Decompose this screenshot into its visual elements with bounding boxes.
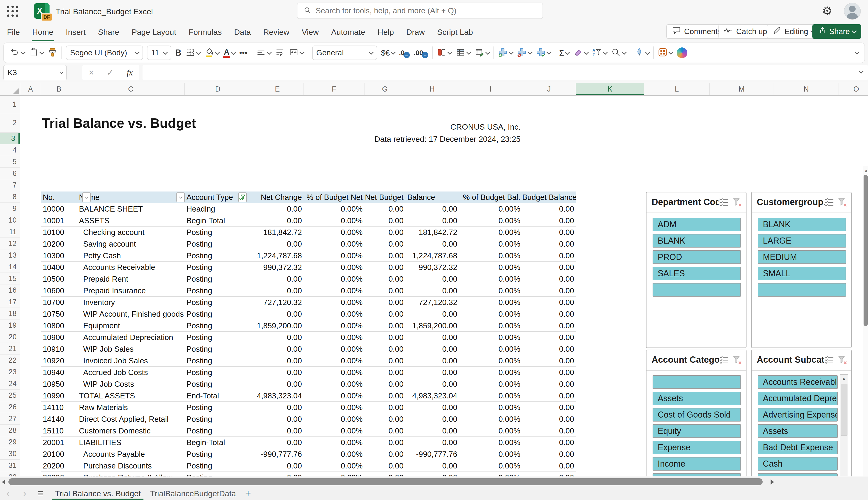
cell[interactable]: Posting: [184, 320, 251, 331]
cell[interactable]: 0.00: [251, 460, 304, 471]
cell[interactable]: 0.00%: [304, 437, 364, 448]
scroll-up-icon[interactable]: ▲: [842, 376, 846, 382]
cell[interactable]: 0.00: [364, 320, 405, 331]
ink-button[interactable]: [634, 47, 649, 58]
cell[interactable]: 0.00: [405, 402, 459, 413]
merge-button[interactable]: [289, 47, 304, 58]
cell[interactable]: 0.00: [405, 355, 459, 366]
row-header-30[interactable]: 30: [0, 448, 20, 459]
filter-account-type-active-button[interactable]: [238, 192, 247, 202]
cell[interactable]: 0.00%: [304, 472, 364, 476]
column-header-A[interactable]: A: [20, 83, 41, 95]
cell[interactable]: 0.00%: [304, 320, 364, 331]
cell[interactable]: Posting: [184, 250, 251, 261]
cell[interactable]: Accrued Job Costs: [77, 367, 184, 378]
cell[interactable]: BALANCE SHEET: [77, 203, 184, 215]
cell[interactable]: Direct Cost Applied, Retail: [77, 413, 184, 425]
menu-item-automate[interactable]: Automate: [331, 23, 366, 41]
cell[interactable]: 0.00%: [459, 402, 522, 413]
cell[interactable]: 0.00%: [459, 273, 522, 285]
cell[interactable]: 10950: [41, 378, 77, 390]
slicer-item-blank[interactable]: [653, 375, 741, 389]
cell[interactable]: 0.00%: [459, 227, 522, 238]
cell[interactable]: 0.00: [405, 332, 459, 343]
slicer-item-income[interactable]: Income: [653, 457, 741, 470]
row-header-2[interactable]: 2: [0, 113, 20, 133]
cell-styles-button[interactable]: [475, 47, 489, 58]
menu-item-formulas[interactable]: Formulas: [188, 23, 222, 41]
multi-select-icon[interactable]: [824, 355, 834, 366]
row-header-24[interactable]: 24: [0, 378, 20, 389]
font-name-select[interactable]: Segoe UI (Body): [66, 46, 143, 60]
sheet-tab-trialbalancebudgetdata[interactable]: TrialBalanceBudgetData: [145, 487, 240, 500]
cell[interactable]: Heading: [184, 203, 251, 215]
slicer-item-common-stock[interactable]: Common Stock: [758, 473, 838, 476]
wrap-text-button[interactable]: [275, 47, 285, 58]
row-header-13[interactable]: 13: [0, 249, 20, 261]
slicer-item-adm[interactable]: ADM: [653, 218, 741, 231]
cell[interactable]: 0.00%: [304, 413, 364, 425]
row-header-16[interactable]: 16: [0, 284, 20, 296]
cell[interactable]: -990,777.76: [405, 448, 459, 460]
menu-item-share[interactable]: Share: [98, 23, 120, 41]
cell[interactable]: 0.00: [522, 448, 576, 460]
menu-item-file[interactable]: File: [7, 23, 20, 41]
cell[interactable]: 0.00: [251, 413, 304, 425]
cell[interactable]: 0.00%: [459, 355, 522, 366]
cell[interactable]: 0.00: [251, 402, 304, 413]
cell[interactable]: Purchase Returns & Allow: [77, 472, 184, 476]
cell[interactable]: 0.00: [364, 332, 405, 343]
find-button[interactable]: [611, 47, 626, 58]
cell[interactable]: 20001: [41, 437, 77, 448]
column-header-K[interactable]: K: [576, 83, 644, 95]
document-title[interactable]: Trial Balance_Budget Excel: [56, 7, 153, 16]
row-header-17[interactable]: 17: [0, 296, 20, 308]
cell[interactable]: 20300: [41, 472, 77, 476]
cell[interactable]: 0.00%: [459, 262, 522, 273]
column-header-I[interactable]: I: [459, 83, 522, 95]
cell[interactable]: 0.00: [405, 367, 459, 378]
cell[interactable]: 0.00: [405, 285, 459, 296]
row-header-22[interactable]: 22: [0, 354, 20, 366]
multi-select-icon[interactable]: [824, 197, 834, 208]
slicer-scrollbar-thumb[interactable]: [841, 384, 847, 436]
cell[interactable]: 0.00: [522, 215, 576, 226]
slicer-item-blank[interactable]: [758, 283, 846, 297]
cell[interactable]: 0.00: [364, 425, 405, 436]
cell[interactable]: 10900: [41, 332, 77, 343]
row-header-19[interactable]: 19: [0, 319, 20, 331]
cell[interactable]: LIABILITIES: [77, 437, 184, 448]
slicer-item-advertising-expense[interactable]: Advertising Expense: [758, 408, 838, 422]
cell[interactable]: 10800: [41, 320, 77, 331]
row-header-1[interactable]: 1: [0, 96, 20, 113]
insert-cells-button[interactable]: [498, 47, 513, 58]
cell[interactable]: 0.00: [522, 227, 576, 238]
cell[interactable]: 1,859,200.00: [251, 320, 304, 331]
row-header-18[interactable]: 18: [0, 308, 20, 319]
cell[interactable]: 1,224,787.68: [405, 250, 459, 261]
cell[interactable]: 14110: [41, 402, 77, 413]
cell[interactable]: 0.00: [522, 273, 576, 285]
format-painter-button[interactable]: [48, 47, 57, 58]
row-header-20[interactable]: 20: [0, 331, 20, 343]
bold-button[interactable]: B: [175, 48, 181, 58]
cell[interactable]: WIP Account, Finished goods: [77, 308, 184, 320]
column-header-E[interactable]: E: [251, 83, 304, 95]
cell[interactable]: 4,983,323.04: [251, 390, 304, 401]
cell[interactable]: 10940: [41, 367, 77, 378]
cell[interactable]: 0.00: [251, 378, 304, 390]
excel-app-icon[interactable]: X DF: [34, 3, 49, 19]
cell[interactable]: 0.00%: [459, 285, 522, 296]
row-header-15[interactable]: 15: [0, 273, 20, 284]
cell[interactable]: 0.00: [364, 308, 405, 320]
cell[interactable]: 0.00: [522, 203, 576, 215]
cell[interactable]: Inventory: [77, 297, 184, 308]
align-button[interactable]: [256, 47, 271, 58]
cell[interactable]: 0.00: [364, 262, 405, 273]
all-sheets-menu-icon[interactable]: ≡: [37, 487, 44, 499]
clear-filter-icon[interactable]: [732, 355, 742, 366]
cell[interactable]: 0.00: [251, 355, 304, 366]
cell[interactable]: 0.00: [405, 273, 459, 285]
row-header-5[interactable]: 5: [0, 156, 20, 168]
column-header-B[interactable]: B: [41, 83, 77, 95]
